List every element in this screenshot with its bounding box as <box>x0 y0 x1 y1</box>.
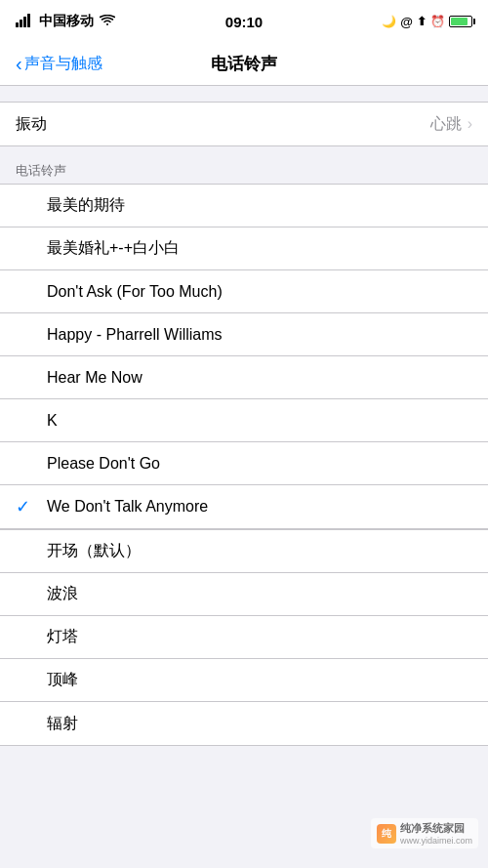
status-left: 中国移动 <box>16 13 115 30</box>
watermark-icon: 纯 <box>377 824 396 844</box>
ringtone-item[interactable]: K <box>0 399 488 442</box>
ringtone-label: Please Don't Go <box>47 455 472 473</box>
at-icon: @ <box>400 15 413 29</box>
wifi-icon <box>100 14 115 29</box>
default-tone-item[interactable]: 波浪 <box>0 573 488 616</box>
ringtone-item[interactable]: Don't Ask (For Too Much) <box>0 270 488 313</box>
ringtone-label: Happy - Pharrell Williams <box>47 326 472 344</box>
svg-rect-1 <box>20 20 22 27</box>
ringtone-label: K <box>47 412 472 430</box>
ringtone-label: 最美的期待 <box>47 195 472 216</box>
carrier-label: 中国移动 <box>39 13 94 30</box>
ringtone-item[interactable]: 最美的期待 <box>0 185 488 227</box>
chevron-left-icon: ‹ <box>16 53 22 75</box>
default-tones-list: 开场（默认）波浪灯塔顶峰辐射 <box>0 529 488 746</box>
default-tone-label: 灯塔 <box>47 627 472 647</box>
ringtone-label: We Don't Talk Anymore <box>47 498 472 516</box>
ringtone-item[interactable]: Hear Me Now <box>0 356 488 399</box>
back-button[interactable]: ‹ 声音与触感 <box>8 45 110 83</box>
chevron-right-icon: › <box>468 115 472 133</box>
svg-rect-2 <box>23 17 26 27</box>
signal-icon <box>16 14 33 30</box>
battery-icon <box>449 16 472 27</box>
ringtone-item[interactable]: Happy - Pharrell Williams <box>0 313 488 356</box>
ringtone-label: Hear Me Now <box>47 369 472 387</box>
svg-rect-0 <box>16 22 19 27</box>
moon-icon: 🌙 <box>382 15 396 28</box>
status-bar: 中国移动 09:10 🌙 @ ⬆ ⏰ <box>0 0 488 43</box>
default-tone-item[interactable]: 灯塔 <box>0 616 488 659</box>
nav-bar: ‹ 声音与触感 电话铃声 <box>0 43 488 86</box>
default-tone-label: 波浪 <box>47 584 472 604</box>
watermark-label: 纯净系统家园 <box>400 821 472 836</box>
default-tone-item[interactable]: 辐射 <box>0 702 488 745</box>
watermark: 纯 纯净系统家园 www.yidaimei.com <box>371 818 478 848</box>
vibration-value: 心跳 <box>430 114 462 135</box>
default-tone-label: 开场（默认） <box>47 541 472 561</box>
vibration-group: 振动 心跳 › <box>0 102 488 146</box>
ringtone-label: Don't Ask (For Too Much) <box>47 283 472 301</box>
ringtone-label: 最美婚礼+-+白小白 <box>47 238 472 259</box>
back-label: 声音与触感 <box>24 54 102 74</box>
vibration-label: 振动 <box>16 114 430 135</box>
ringtone-item[interactable]: ✓We Don't Talk Anymore <box>0 485 488 528</box>
default-tone-item[interactable]: 顶峰 <box>0 659 488 702</box>
status-time: 09:10 <box>225 14 263 30</box>
ringtone-item[interactable]: Please Don't Go <box>0 442 488 485</box>
default-tone-label: 顶峰 <box>47 670 472 690</box>
status-right: 🌙 @ ⬆ ⏰ <box>382 15 472 29</box>
checkmark-icon: ✓ <box>16 496 35 517</box>
vibration-row[interactable]: 振动 心跳 › <box>0 103 488 145</box>
watermark-site: www.yidaimei.com <box>400 836 472 846</box>
default-tone-label: 辐射 <box>47 714 472 734</box>
ringtone-item[interactable]: 最美婚礼+-+白小白 <box>0 227 488 270</box>
alarm-icon: ⏰ <box>430 15 445 28</box>
ringtone-list: 最美的期待最美婚礼+-+白小白Don't Ask (For Too Much)H… <box>0 184 488 529</box>
svg-rect-3 <box>27 14 30 27</box>
default-tone-item[interactable]: 开场（默认） <box>0 530 488 573</box>
ringtone-section-header: 电话铃声 <box>0 154 488 184</box>
location-icon: ⬆ <box>417 15 427 28</box>
nav-title: 电话铃声 <box>211 53 277 75</box>
